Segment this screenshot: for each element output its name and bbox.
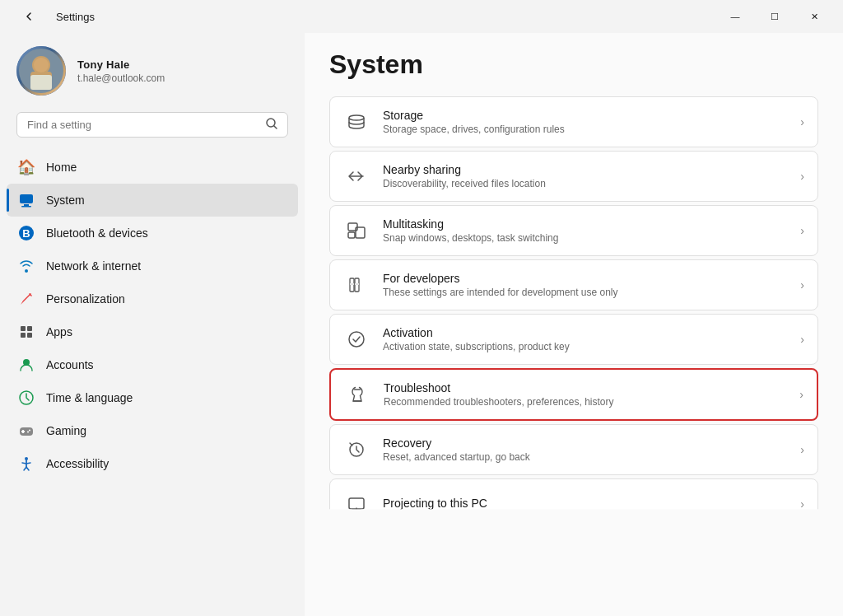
setting-name: Nearby sharing — [383, 163, 787, 176]
setting-text-projecting: Projecting to this PC — [383, 497, 787, 511]
sidebar-item-system[interactable]: System — [7, 184, 298, 217]
svg-point-20 — [29, 430, 30, 432]
accounts-icon — [18, 357, 35, 373]
sidebar-item-time[interactable]: Time & language — [7, 381, 298, 414]
svg-point-31 — [349, 332, 364, 347]
sidebar-item-network[interactable]: Network & internet — [7, 250, 298, 282]
main-content: System Storage Storage space, drives, co… — [305, 33, 843, 616]
svg-rect-13 — [21, 333, 26, 338]
home-icon: 🏠 — [18, 159, 35, 175]
setting-text-developers: For developers These settings are intend… — [383, 272, 787, 298]
settings-list: Storage Storage space, drives, configura… — [329, 96, 818, 530]
setting-text-storage: Storage Storage space, drives, configura… — [383, 109, 787, 135]
setting-item-storage[interactable]: Storage Storage space, drives, configura… — [329, 96, 818, 147]
app-layout: Tony Hale t.hale@outlook.com 🏠 Home — [0, 33, 843, 616]
minimize-button[interactable]: — — [716, 3, 754, 30]
setting-text-multitasking: Multitasking Snap windows, desktops, tas… — [383, 217, 787, 244]
setting-item-nearby-sharing[interactable]: Nearby sharing Discoverability, received… — [329, 151, 818, 202]
sidebar-item-apps[interactable]: Apps — [7, 315, 298, 348]
sidebar-item-label: System — [46, 194, 85, 207]
setting-name: Multitasking — [383, 217, 787, 231]
setting-item-troubleshoot[interactable]: Troubleshoot Recommended troubleshooters… — [329, 368, 818, 421]
setting-desc: These settings are intended for developm… — [383, 287, 787, 298]
svg-text:B: B — [22, 227, 30, 240]
troubleshoot-icon — [344, 381, 370, 408]
svg-point-4 — [34, 58, 49, 72]
chevron-icon: › — [800, 497, 804, 511]
accessibility-icon — [18, 455, 35, 472]
setting-name: Projecting to this PC — [383, 497, 787, 510]
nearby-sharing-icon — [343, 163, 370, 189]
user-name: Tony Hale — [77, 58, 165, 71]
sidebar-item-accessibility[interactable]: Accessibility — [7, 447, 298, 480]
setting-text-nearby: Nearby sharing Discoverability, received… — [383, 163, 787, 189]
window-controls: — ☐ ✕ — [716, 3, 833, 30]
back-button[interactable] — [10, 3, 48, 30]
gaming-icon — [18, 422, 35, 439]
setting-item-recovery[interactable]: Recovery Reset, advanced startup, go bac… — [329, 424, 818, 475]
sidebar-item-gaming[interactable]: Gaming — [7, 414, 298, 447]
setting-desc: Storage space, drives, configuration rul… — [383, 124, 787, 135]
svg-point-23 — [349, 115, 364, 120]
chevron-icon: › — [800, 443, 804, 456]
user-profile[interactable]: Tony Hale t.hale@outlook.com — [0, 33, 305, 112]
user-info: Tony Hale t.hale@outlook.com — [77, 58, 165, 84]
setting-name: Storage — [383, 109, 787, 122]
chevron-icon: › — [800, 333, 804, 346]
network-icon — [18, 258, 35, 274]
setting-name: Activation — [383, 326, 787, 339]
setting-desc: Recommended troubleshooters, preferences… — [384, 396, 786, 408]
sidebar-item-label: Home — [46, 161, 77, 174]
storage-icon — [343, 109, 370, 135]
time-icon — [18, 390, 35, 406]
setting-desc: Reset, advanced startup, go back — [383, 451, 787, 463]
sidebar-item-label: Bluetooth & devices — [46, 226, 148, 240]
sidebar-item-label: Accessibility — [46, 457, 109, 470]
setting-desc: Discoverability, received files location — [383, 178, 787, 189]
setting-name: Recovery — [383, 436, 787, 450]
sidebar-item-home[interactable]: 🏠 Home — [7, 151, 298, 184]
svg-rect-11 — [21, 326, 26, 331]
sidebar-item-label: Apps — [46, 325, 72, 338]
close-button[interactable]: ✕ — [795, 3, 833, 30]
svg-rect-6 — [20, 194, 33, 203]
projecting-icon — [343, 491, 370, 517]
activation-icon — [343, 326, 370, 352]
avatar-image — [16, 46, 66, 96]
svg-rect-29 — [350, 283, 354, 285]
sidebar-item-bluetooth[interactable]: B Bluetooth & devices — [7, 217, 298, 250]
sidebar-item-label: Time & language — [46, 391, 133, 404]
apps-icon — [18, 324, 35, 340]
setting-item-multitasking[interactable]: Multitasking Snap windows, desktops, tas… — [329, 205, 818, 256]
search-container — [0, 112, 305, 147]
setting-item-activation[interactable]: Activation Activation state, subscriptio… — [329, 314, 818, 365]
search-input[interactable] — [27, 119, 259, 131]
svg-rect-26 — [348, 232, 355, 238]
setting-name: For developers — [383, 272, 787, 285]
svg-rect-7 — [24, 204, 29, 206]
personalization-icon — [18, 291, 35, 307]
svg-rect-32 — [349, 498, 364, 509]
svg-rect-12 — [27, 326, 32, 331]
chevron-icon: › — [800, 278, 804, 292]
system-icon — [18, 192, 35, 208]
bluetooth-icon: B — [18, 225, 35, 241]
sidebar-item-label: Gaming — [46, 424, 86, 437]
sidebar-item-personalization[interactable]: Personalization — [7, 282, 298, 315]
page-title: System — [329, 49, 818, 80]
search-box[interactable] — [16, 112, 288, 138]
developers-icon — [343, 272, 370, 298]
recovery-icon — [343, 436, 370, 463]
sidebar-item-accounts[interactable]: Accounts — [7, 348, 298, 381]
chevron-icon: › — [800, 115, 804, 128]
sidebar: Tony Hale t.hale@outlook.com 🏠 Home — [0, 33, 305, 616]
chevron-icon: › — [800, 170, 804, 183]
sidebar-item-label: Accounts — [46, 358, 94, 371]
setting-desc: Snap windows, desktops, task switching — [383, 232, 787, 244]
svg-rect-19 — [21, 431, 25, 432]
chevron-icon: › — [800, 224, 804, 237]
search-icon — [266, 118, 277, 132]
setting-item-developers[interactable]: For developers These settings are intend… — [329, 259, 818, 310]
setting-item-projecting[interactable]: Projecting to this PC › — [329, 478, 818, 530]
maximize-button[interactable]: ☐ — [756, 3, 794, 30]
